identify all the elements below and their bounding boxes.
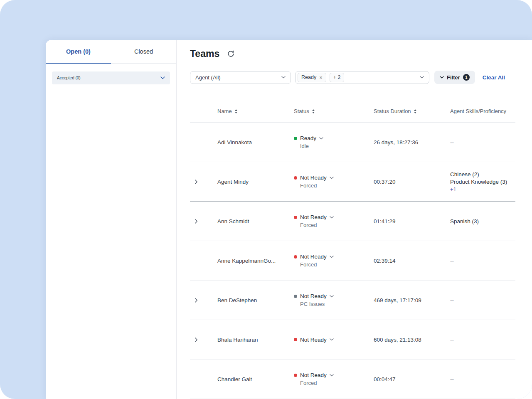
status-reason: Forced (300, 182, 374, 189)
status-label: Ready (300, 135, 316, 141)
agent-filter-dropdown[interactable]: Agent (All) (190, 71, 291, 84)
agents-table: NameStatusStatus DurationAgent Skills/Pr… (190, 100, 515, 399)
status-reason: Forced (300, 380, 374, 386)
skill-item: -- (450, 258, 515, 264)
skills-more-link[interactable]: +1 (450, 186, 515, 192)
expand-row-button[interactable] (190, 337, 217, 342)
agent-filter-value: Agent (All) (195, 74, 221, 81)
sort-icon[interactable] (414, 109, 416, 113)
table-row: Ben DeStephenNot ReadyPC Issues469 days,… (190, 281, 515, 320)
filter-button-label: Filter (447, 74, 460, 81)
status-dot (294, 255, 297, 259)
tab-closed[interactable]: Closed (111, 40, 176, 63)
agent-name: Ann Schmidt (217, 218, 294, 224)
refresh-icon[interactable] (227, 50, 235, 58)
chevron-down-icon (319, 137, 323, 140)
expand-row-button[interactable] (190, 298, 217, 303)
table-body: Adi VinnakotaReadyIdle26 days, 18:27:36-… (190, 123, 515, 399)
filter-button[interactable]: Filter 1 (434, 71, 475, 84)
page-title: Teams (190, 48, 219, 59)
status-cell[interactable]: ReadyIdle (294, 135, 374, 149)
table-header-row: NameStatusStatus DurationAgent Skills/Pr… (190, 100, 515, 123)
status-cell[interactable]: Not ReadyForced (294, 214, 374, 228)
chevron-down-icon (160, 76, 165, 80)
accordion-label: Accepted (0) (57, 76, 81, 80)
status-label: Not Ready (300, 175, 327, 181)
skills-cell: Spanish (3) (450, 218, 515, 224)
app-background: Open (0) Closed Accepted (0) Teams Agent (0, 0, 532, 399)
skill-item: Chinese (2) (450, 171, 515, 177)
status-label: Not Ready (300, 214, 327, 220)
status-dot (294, 176, 297, 180)
table-row: Chandler GaltNot ReadyForced00:04:47-- (190, 360, 515, 399)
chevron-down-icon (420, 76, 424, 79)
chevron-down-icon (281, 76, 286, 79)
status-dot (294, 137, 297, 140)
status-cell[interactable]: Not ReadyForced (294, 175, 374, 189)
agent-name: Bhala Hariharan (217, 337, 294, 343)
skill-item: -- (450, 337, 515, 343)
status-label: Not Ready (300, 293, 327, 299)
status-duration: 00:04:47 (374, 376, 450, 382)
expand-row-button[interactable] (190, 219, 217, 224)
filter-bar: Agent (All) Ready × + 2 Filter (190, 71, 515, 84)
accepted-accordion[interactable]: Accepted (0) (52, 71, 170, 84)
agent-name: Chandler Galt (217, 376, 294, 382)
status-cell[interactable]: Not ReadyForced (294, 372, 374, 386)
tab-open[interactable]: Open (0) (46, 40, 111, 63)
agent-name: Ben DeStephen (217, 297, 294, 303)
remove-chip-icon[interactable]: × (319, 75, 323, 80)
status-duration: 02:39:14 (374, 258, 450, 264)
status-cell[interactable]: Not ReadyForced (294, 254, 374, 268)
skill-item: -- (450, 376, 515, 382)
skills-cell: Chinese (2)Product Knowledge (3)+1 (450, 171, 515, 192)
main-card: Open (0) Closed Accepted (0) Teams Agent (46, 40, 532, 399)
sort-icon[interactable] (312, 109, 315, 113)
more-chips-badge[interactable]: + 2 (330, 73, 345, 82)
column-header-status_duration[interactable]: Status Duration (374, 108, 450, 114)
sort-icon[interactable] (235, 109, 237, 113)
chevron-right-icon (195, 219, 198, 224)
status-duration: 00:37:20 (374, 179, 450, 185)
main-content: Teams Agent (All) Ready × + 2 (177, 40, 532, 399)
skills-cell: -- (450, 337, 515, 343)
title-row: Teams (190, 46, 515, 62)
chevron-right-icon (195, 337, 198, 342)
status-dot (294, 216, 297, 219)
skill-item: Product Knowledge (3) (450, 179, 515, 185)
column-header-skills: Agent Skills/Proficiency (450, 108, 515, 114)
skills-cell: -- (450, 297, 515, 303)
status-dot (294, 338, 297, 341)
status-chip: Ready × (298, 73, 326, 82)
chevron-down-icon (330, 374, 334, 377)
clear-all-link[interactable]: Clear All (483, 74, 505, 81)
chevron-down-icon (440, 76, 444, 79)
filter-count-badge: 1 (463, 74, 470, 81)
skills-cell: -- (450, 376, 515, 382)
column-header-name[interactable]: Name (217, 108, 294, 114)
status-duration: 469 days, 17:17:09 (374, 297, 450, 303)
skill-item: -- (450, 297, 515, 303)
column-label: Status (294, 108, 309, 114)
table-row: Bhala HariharanNot Ready600 days, 21:13:… (190, 320, 515, 360)
status-duration: 600 days, 21:13:08 (374, 337, 450, 343)
table-row: Adi VinnakotaReadyIdle26 days, 18:27:36-… (190, 123, 515, 162)
status-reason: PC Issues (300, 301, 374, 307)
status-reason: Idle (300, 143, 374, 149)
status-label: Not Ready (300, 254, 327, 260)
expand-row-button[interactable] (190, 180, 217, 184)
status-reason: Forced (300, 261, 374, 268)
tab-bar: Open (0) Closed (46, 40, 176, 64)
status-duration: 01:41:29 (374, 218, 450, 224)
agent-name: Agent Mindy (217, 179, 294, 185)
status-label: Not Ready (300, 372, 327, 378)
status-filter-dropdown[interactable]: Ready × + 2 (295, 71, 429, 84)
left-panel: Open (0) Closed Accepted (0) (46, 40, 177, 399)
skill-item: Spanish (3) (450, 218, 515, 224)
status-cell[interactable]: Not ReadyPC Issues (294, 293, 374, 307)
table-row: Agent MindyNot ReadyForced00:37:20Chines… (190, 162, 515, 202)
chevron-down-icon (330, 256, 334, 258)
table-row: Ann SchmidtNot ReadyForced01:41:29Spanis… (190, 202, 515, 241)
status-cell[interactable]: Not Ready (294, 337, 374, 343)
column-header-status[interactable]: Status (294, 108, 374, 114)
